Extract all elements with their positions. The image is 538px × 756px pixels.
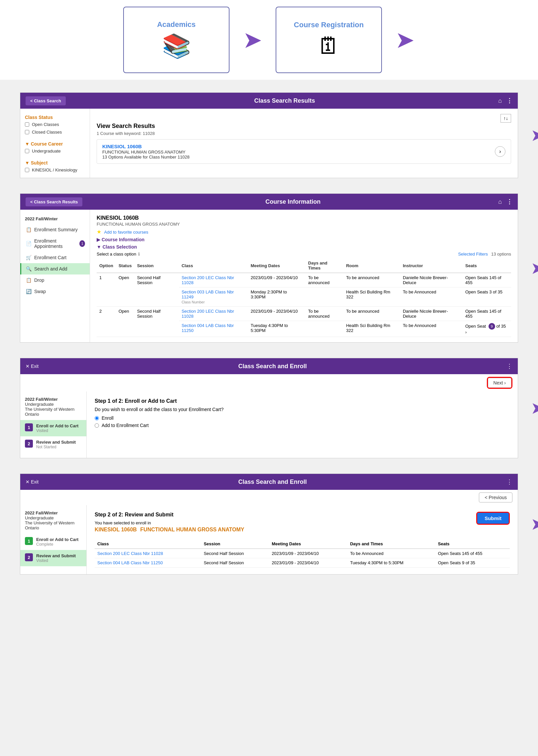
class-number-label: Class Number [182, 300, 205, 304]
review-row-2: Section 004 LAB Class Nbr 11250 Second H… [95, 558, 510, 568]
enrollment-appointments-nav[interactable]: 📄 Enrollment Appointments 1 [20, 235, 90, 252]
panel2-header: < Class Search Results Course Informatio… [20, 194, 518, 210]
closed-classes-item[interactable]: Closed Classes [20, 128, 90, 136]
lec-link-2[interactable]: Section 200 LEC Class Nbr 11028 [182, 309, 245, 319]
academics-card[interactable]: Academics 📚 [123, 7, 229, 73]
panel2-arrow: ➤ [531, 259, 538, 278]
enrollment-summary-icon: 📋 [26, 227, 32, 232]
enrollment-summary-nav[interactable]: 📋 Enrollment Summary [20, 224, 90, 235]
review-lec-link[interactable]: Section 200 LEC Class Nbr 11028 [97, 551, 163, 556]
dates-2a: 2023/01/09 - 2023/04/10 [248, 307, 306, 321]
course-expand-button[interactable]: › [495, 146, 505, 157]
status-2: Open [116, 307, 134, 337]
kinesiology-checkbox[interactable] [25, 168, 29, 172]
course-info-panel: < Class Search Results Course Informatio… [20, 193, 518, 343]
search-and-add-nav[interactable]: 🔍 Search and Add [20, 263, 90, 274]
enrollment-cart-nav[interactable]: 🛒 Enrollment Cart [20, 252, 90, 263]
home-icon[interactable]: ⌂ [498, 97, 502, 104]
class-selection-toggle[interactable]: ▼ Class Selection [97, 244, 511, 250]
seats-1a: Open Seats 145 of 455 [463, 273, 511, 287]
instructor-2a: Danielle Nicole Brewer-Deluce [400, 307, 463, 321]
instructor-1b: To be Announced [400, 287, 463, 307]
subject-label: ▼ Subject [20, 158, 90, 166]
menu-icon[interactable]: ⋮ [506, 97, 512, 104]
status-1: Open [116, 273, 134, 307]
open-classes-item[interactable]: Open Classes [20, 121, 90, 128]
open-classes-checkbox[interactable] [25, 122, 29, 127]
course-info-toggle[interactable]: ▶ Course Information [97, 237, 511, 242]
undergraduate-checkbox[interactable] [25, 149, 29, 153]
lab-link-1[interactable]: Section 003 LAB Class Nbr 11249 [182, 289, 245, 299]
enroll-radio[interactable] [95, 416, 99, 420]
enroll-radio-label[interactable]: Enroll [95, 415, 510, 421]
panel3-header: ✕ Exit Class Search and Enroll ⋮ [20, 358, 518, 374]
menu-icon-3[interactable]: ⋮ [506, 363, 512, 370]
num-options: 13 options [491, 252, 511, 257]
lec-link-1[interactable]: Section 200 LEC Class Nbr 11028 [182, 275, 245, 285]
course-career-label: ▼ Course Career [20, 139, 90, 147]
next-button[interactable]: Next › [488, 378, 511, 388]
instructor-1a: Danielle Nicole Brewer-Deluce [400, 273, 463, 287]
course-code-2: KINESIOL 1060B [97, 215, 511, 221]
home-icon-2[interactable]: ⌂ [498, 198, 502, 205]
step1-question: Do you wish to enroll or add the class t… [95, 407, 510, 412]
seats-2b: Open Seat 9 of 35 › [463, 321, 511, 337]
exit-button-1[interactable]: ✕ Exit [26, 364, 39, 369]
undergraduate-item[interactable]: Undergraduate [20, 147, 90, 155]
panel2-main: KINESIOL 1060B FUNCTIONAL HUMAN GROSS AN… [90, 210, 518, 342]
appointments-badge: 1 [79, 240, 85, 247]
step1-item-2: 1 Enroll or Add to Cart Complete [20, 534, 86, 550]
times-2a: To be announced [306, 307, 343, 321]
class-lab-2: Section 004 LAB Class Nbr 11250 [179, 321, 248, 337]
select-option-row: Select a class option ℹ Selected Filters… [97, 252, 511, 257]
times-1a: To be announced [306, 273, 343, 287]
back-to-class-search[interactable]: < Class Search [26, 96, 66, 105]
session-1: Second Half Session [134, 273, 179, 307]
course-code-link[interactable]: KINESIOL 1060B [102, 144, 142, 149]
selected-filters-link[interactable]: Selected Filters [458, 252, 488, 257]
cart-radio[interactable] [95, 423, 99, 428]
swap-nav[interactable]: 🔄 Swap [20, 286, 90, 297]
course-registration-title: Course Registration [294, 21, 364, 29]
submit-button[interactable]: Submit [477, 513, 509, 524]
class-table: Option Status Session Class Meeting Date… [97, 259, 511, 337]
course-registration-card[interactable]: Course Registration 🗓 [276, 7, 382, 73]
menu-icon-4[interactable]: ⋮ [506, 478, 512, 486]
col-room: Room [343, 259, 400, 273]
selected-course-code: KINESIOL 1060B [95, 527, 137, 532]
menu-icon-2[interactable]: ⋮ [506, 198, 512, 205]
kinesiology-item[interactable]: KINESIOL / Kinesiology [20, 166, 90, 174]
sort-button[interactable]: ↑↓ [500, 114, 511, 123]
seats-badge: 9 [489, 323, 495, 330]
back-to-search-results[interactable]: < Class Search Results [26, 197, 82, 206]
panel3-arrow: ➤ [531, 398, 538, 418]
course-selected: KINESIOL 1060B FUNCTIONAL HUMAN GROSS AN… [95, 527, 244, 533]
info-icon[interactable]: ℹ [138, 252, 140, 257]
review-times-1: To be Announced [347, 549, 435, 558]
col-daytimes: Days and Times [306, 259, 343, 273]
panel1-arrow: ➤ [531, 126, 538, 145]
drop-nav[interactable]: 📋 Drop [20, 274, 90, 286]
search-icon: 🔍 [26, 266, 32, 271]
top-banner: Academics 📚 ➤ Course Registration 🗓 ➤ [0, 0, 538, 80]
col-option: Option [97, 259, 116, 273]
step2-item: 2 Review and Submit Not Started [20, 436, 86, 453]
panel3-sidebar: 2022 Fall/Winter Undergraduate The Unive… [20, 391, 87, 458]
add-favorite-link[interactable]: Add to favorite courses [104, 230, 148, 235]
col-seats: Seats [463, 259, 511, 273]
cart-radio-label[interactable]: Add to Enrollment Cart [95, 423, 510, 428]
course-options: 13 Options Available for Class Number 11… [102, 155, 190, 160]
panel4-title: Class Search and Enroll [39, 479, 506, 486]
lab-link-2[interactable]: Section 004 LAB Class Nbr 11250 [182, 323, 245, 333]
step1-status-2: Complete [36, 542, 78, 547]
closed-classes-checkbox[interactable] [25, 130, 29, 134]
star-icon: ★ [97, 229, 101, 235]
review-lab-link[interactable]: Section 004 LAB Class Nbr 11250 [97, 560, 163, 565]
panel3-main: Step 1 of 2: Enroll or Add to Cart Do yo… [87, 391, 518, 458]
previous-button[interactable]: < Previous [479, 492, 512, 502]
room-2b: Health Sci Building Rm 322 [343, 321, 400, 337]
exit-button-2[interactable]: ✕ Exit [26, 479, 39, 485]
step2-title: Step 2 of 2: Review and Submit [95, 512, 244, 518]
submit-btn-area: Submit [476, 512, 510, 525]
step1-num-2: 1 [25, 537, 33, 545]
